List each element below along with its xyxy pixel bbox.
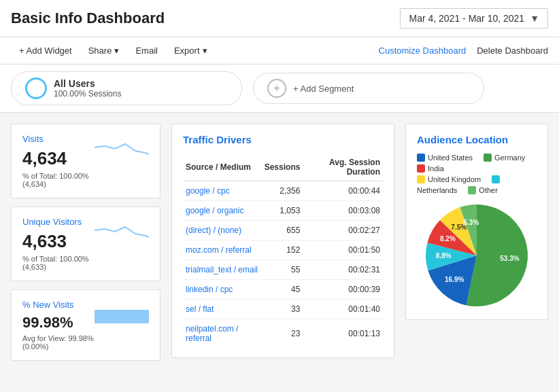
segment-info: All Users 100.00% Sessions (54, 78, 121, 99)
traffic-title: Traffic Drivers (183, 134, 383, 145)
legend: United StatesGermanyIndiaUnited KingdomN… (417, 154, 537, 194)
legend-dot (468, 186, 476, 194)
delete-dashboard-link[interactable]: Delete Dashboard (477, 46, 548, 56)
col-avg-duration: Avg. Session Duration (303, 154, 383, 181)
svg-rect-0 (95, 310, 149, 323)
visits-chart (95, 134, 149, 161)
traffic-table: Source / Medium Sessions Avg. Session Du… (183, 154, 383, 348)
main-content: Visits 4,634 % of Total: 100.00% (4,634)… (0, 113, 559, 372)
legend-label: India (428, 164, 444, 173)
audience-card: Audience Location United StatesGermanyIn… (405, 124, 548, 320)
legend-dot (417, 175, 425, 183)
audience-column: Audience Location United StatesGermanyIn… (405, 124, 548, 361)
visits-card: Visits 4,634 % of Total: 100.00% (4,634) (11, 124, 160, 198)
source-cell[interactable]: (direct) / (none) (183, 221, 262, 240)
date-range-picker[interactable]: Mar 4, 2021 - Mar 10, 2021 ▼ (400, 8, 548, 29)
export-button[interactable]: Export ▾ (166, 37, 216, 65)
header: Basic Info Dashboard Mar 4, 2021 - Mar 1… (0, 0, 559, 37)
sessions-cell: 1,053 (262, 201, 303, 221)
share-chevron-icon: ▾ (114, 46, 119, 56)
email-button[interactable]: Email (127, 37, 166, 65)
source-cell[interactable]: trialmail_text / email (183, 260, 262, 280)
sessions-cell: 45 (262, 280, 303, 300)
pie-label: 8.8% (436, 252, 452, 260)
table-row: sel / flat 33 00:01:40 (183, 300, 383, 319)
metrics-column: Visits 4,634 % of Total: 100.00% (4,634)… (11, 124, 160, 361)
segment-sub: 100.00% Sessions (54, 89, 121, 99)
audience-title: Audience Location (417, 134, 537, 145)
pie-label: 53.3% (500, 255, 519, 262)
visits-title: Visits (22, 134, 95, 144)
col-sessions: Sessions (262, 154, 303, 181)
pie-label: 8.2% (440, 235, 456, 243)
legend-label: Other (479, 186, 498, 194)
toolbar-right: Customize Dashboard Delete Dashboard (379, 46, 548, 56)
new-visits-value: 99.98% (22, 314, 95, 332)
source-cell[interactable]: google / organic (183, 201, 262, 221)
share-label: Share (88, 46, 112, 56)
table-row: neilpatel.com / referral 23 00:01:13 (183, 319, 383, 349)
email-label: Email (135, 46, 158, 56)
export-chevron-icon: ▾ (203, 46, 207, 56)
active-segment[interactable]: All Users 100.00% Sessions (11, 71, 242, 105)
add-segment-button[interactable]: + + Add Segment (253, 73, 484, 104)
toolbar: + Add Widget Share ▾ Email Export ▾ Cust… (0, 37, 559, 65)
legend-dot (417, 154, 425, 162)
pie-label: 5.3% (464, 219, 479, 226)
unique-visitors-value: 4,633 (22, 231, 95, 252)
traffic-column: Traffic Drivers Source / Medium Sessions… (171, 124, 394, 361)
legend-label: Netherlands (417, 186, 457, 194)
add-widget-label: + Add Widget (19, 46, 72, 56)
segment-icon (25, 77, 47, 99)
duration-cell: 00:03:08 (303, 201, 383, 221)
sessions-cell: 55 (262, 260, 303, 280)
legend-dot (417, 164, 425, 173)
table-row: google / cpc 2,356 00:00:44 (183, 181, 383, 201)
chevron-down-icon: ▼ (530, 13, 539, 24)
table-row: trialmail_text / email 55 00:02:31 (183, 260, 383, 280)
toolbar-left: + Add Widget Share ▾ Email Export ▾ (11, 37, 216, 65)
date-range-label: Mar 4, 2021 - Mar 10, 2021 (409, 13, 524, 24)
pie-chart: 53.3%16.9%8.8%8.2%7.5%5.3% (422, 201, 531, 310)
new-visits-title: % New Visits (22, 300, 95, 310)
export-label: Export (174, 46, 200, 56)
pie-label: 16.9% (445, 276, 464, 283)
duration-cell: 00:02:27 (303, 221, 383, 240)
legend-label: United Kingdom (428, 175, 481, 183)
customize-dashboard-link[interactable]: Customize Dashboard (379, 46, 467, 56)
source-cell[interactable]: google / cpc (183, 181, 262, 201)
traffic-card: Traffic Drivers Source / Medium Sessions… (171, 124, 394, 358)
share-button[interactable]: Share ▾ (80, 37, 128, 65)
unique-visitors-card: Unique Visitors 4,633 % of Total: 100.00… (11, 207, 160, 281)
add-segment-icon: + (267, 79, 286, 98)
new-visits-info: % New Visits 99.98% Avg for View: 99.98%… (22, 300, 95, 351)
source-cell[interactable]: linkedin / cpc (183, 280, 262, 300)
duration-cell: 00:00:44 (303, 181, 383, 201)
new-visits-sub: Avg for View: 99.98% (0.00%) (22, 334, 95, 351)
page-title: Basic Info Dashboard (11, 10, 165, 27)
visits-info: Visits 4,634 % of Total: 100.00% (4,634) (22, 134, 95, 188)
sessions-cell: 2,356 (262, 181, 303, 201)
new-visits-chart (95, 300, 149, 327)
unique-visitors-sub: % of Total: 100.00% (4,633) (22, 255, 95, 271)
table-row: linkedin / cpc 45 00:00:39 (183, 280, 383, 300)
duration-cell: 00:01:50 (303, 240, 383, 260)
unique-visitors-title: Unique Visitors (22, 217, 95, 227)
add-widget-button[interactable]: + Add Widget (11, 37, 80, 65)
unique-visitors-info: Unique Visitors 4,633 % of Total: 100.00… (22, 217, 95, 271)
legend-label: Germany (494, 154, 525, 162)
legend-dot (492, 175, 500, 183)
table-row: google / organic 1,053 00:03:08 (183, 201, 383, 221)
source-cell[interactable]: moz.com / referral (183, 240, 262, 260)
source-cell[interactable]: neilpatel.com / referral (183, 319, 262, 349)
segments-row: All Users 100.00% Sessions + + Add Segme… (0, 65, 559, 113)
table-row: moz.com / referral 152 00:01:50 (183, 240, 383, 260)
unique-visitors-chart (95, 217, 149, 244)
legend-row-2: United KingdomNetherlandsOther (417, 175, 537, 194)
add-segment-label: + Add Segment (293, 84, 354, 94)
visits-sub: % of Total: 100.00% (4,634) (22, 172, 95, 188)
sessions-cell: 23 (262, 319, 303, 349)
table-row: (direct) / (none) 655 00:02:27 (183, 221, 383, 240)
source-cell[interactable]: sel / flat (183, 300, 262, 319)
duration-cell: 00:02:31 (303, 260, 383, 280)
